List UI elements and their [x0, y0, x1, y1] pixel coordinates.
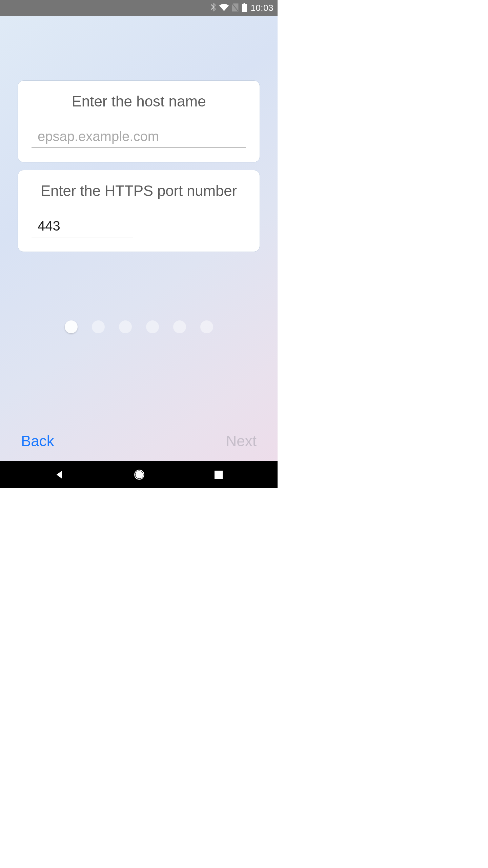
port-number-input[interactable]: [32, 216, 133, 237]
svg-rect-2: [215, 471, 223, 479]
port-number-card: Enter the HTTPS port number: [18, 170, 260, 252]
back-button[interactable]: Back: [21, 433, 54, 450]
page-dot-2[interactable]: [92, 320, 105, 333]
page-dot-5[interactable]: [173, 320, 186, 333]
port-number-title: Enter the HTTPS port number: [32, 182, 246, 199]
page-dot-1[interactable]: [65, 320, 78, 333]
android-nav-bar: [0, 461, 278, 488]
android-recent-icon[interactable]: [215, 471, 223, 479]
bottom-nav-section: Back Next: [0, 425, 278, 461]
android-back-icon[interactable]: [55, 470, 64, 479]
app-content: Enter the host name Enter the HTTPS port…: [0, 16, 278, 461]
page-dot-3[interactable]: [119, 320, 132, 333]
form-wrapper: Enter the host name Enter the HTTPS port…: [0, 0, 278, 425]
android-home-icon[interactable]: [134, 469, 145, 480]
host-name-title: Enter the host name: [32, 93, 246, 110]
pagination-dots: [65, 320, 213, 333]
page-dot-6[interactable]: [200, 320, 213, 333]
page-dot-4[interactable]: [146, 320, 159, 333]
svg-point-1: [136, 471, 143, 478]
next-button[interactable]: Next: [226, 433, 257, 450]
host-name-card: Enter the host name: [18, 80, 260, 162]
wizard-nav-row: Back Next: [0, 433, 278, 461]
host-name-input[interactable]: [32, 127, 246, 148]
